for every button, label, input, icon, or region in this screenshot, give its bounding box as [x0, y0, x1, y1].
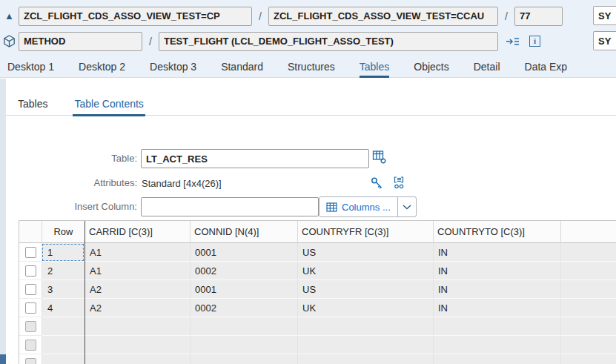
table-label: Table:: [15, 149, 137, 168]
row-select-cell: [19, 243, 42, 262]
column-header-carrid[interactable]: CARRID [C(3)]: [85, 221, 190, 243]
row-checkbox[interactable]: [25, 265, 36, 277]
empty-cell: [85, 336, 190, 354]
row-number-cell[interactable]: 3: [42, 280, 85, 299]
columns-button[interactable]: Columns ...: [319, 197, 397, 216]
row-select-cell: [19, 336, 42, 354]
empty-cell: [42, 336, 85, 354]
columns-split-button[interactable]: Columns ...: [319, 196, 417, 217]
sy-field-top[interactable]: [593, 6, 616, 25]
attributes-label: Attributes:: [15, 173, 137, 193]
cell-countryfr[interactable]: UK: [297, 262, 433, 280]
columns-dropdown-arrow[interactable]: [397, 197, 416, 216]
row-checkbox-disabled: [25, 321, 36, 332]
row-checkbox-disabled: [25, 358, 36, 364]
include-field[interactable]: [268, 7, 498, 26]
column-divider-line: [85, 221, 85, 364]
row-number-cell[interactable]: 1: [42, 243, 85, 262]
cell-filler: [560, 262, 616, 280]
empty-cell: [297, 317, 433, 336]
select-all-header-cell[interactable]: [19, 221, 42, 243]
tab-standard[interactable]: Standard: [221, 61, 263, 78]
tab-data-explorer[interactable]: Data Exp: [525, 61, 568, 78]
tab-detail[interactable]: Detail: [474, 61, 500, 78]
cell-carrid[interactable]: A2: [85, 299, 190, 317]
column-header-connid[interactable]: CONNID [N(4)]: [190, 221, 297, 243]
row-number-cell[interactable]: 2: [42, 262, 85, 280]
subtab-table-contents[interactable]: Table Contents: [73, 98, 145, 116]
cell-connid[interactable]: 0001: [190, 280, 297, 299]
row-number-cell[interactable]: 4: [42, 299, 85, 317]
tab-objects[interactable]: Objects: [414, 61, 448, 78]
row-checkbox[interactable]: [25, 302, 36, 314]
tables-subtabs: Tables Table Contents: [6, 78, 616, 116]
cell-filler: [560, 280, 616, 299]
empty-cell: [190, 354, 297, 364]
table-contents-grid: Row CARRID [C(3)] CONNID [N(4)] COUNTRYF…: [19, 220, 616, 364]
table-name-input[interactable]: [141, 149, 369, 168]
row-checkbox-disabled: [25, 340, 36, 351]
tab-desktop-2[interactable]: Desktop 2: [79, 61, 125, 78]
empty-cell: [297, 336, 433, 354]
main-program-field[interactable]: [19, 7, 252, 26]
splitter-grip[interactable]: [0, 354, 6, 364]
cell-countryfr[interactable]: UK: [297, 299, 433, 317]
empty-cell: [190, 336, 297, 354]
row-select-cell: [19, 280, 42, 299]
empty-cell: [190, 317, 297, 336]
tab-desktop-1[interactable]: Desktop 1: [7, 61, 54, 78]
goto-statement-icon[interactable]: [506, 36, 520, 47]
cell-filler: [560, 317, 616, 336]
vertical-splitter[interactable]: [0, 79, 6, 364]
context-row-program: ▲ / /: [0, 6, 616, 26]
row-select-cell: [19, 317, 42, 336]
tab-tables[interactable]: Tables: [360, 61, 389, 78]
cell-carrid[interactable]: A1: [85, 243, 190, 262]
cube-icon: [0, 35, 19, 47]
cell-carrid[interactable]: A1: [85, 262, 190, 280]
row-checkbox[interactable]: [25, 284, 36, 295]
cell-countryfr[interactable]: US: [297, 280, 433, 299]
column-header-row[interactable]: Row: [42, 221, 85, 243]
cell-connid[interactable]: 0002: [190, 262, 297, 280]
table-settings-icon[interactable]: [372, 150, 387, 165]
cell-countryto[interactable]: IN: [433, 243, 560, 262]
insert-column-input[interactable]: [141, 197, 319, 216]
key-icon[interactable]: [371, 176, 384, 190]
empty-cell: [433, 354, 560, 364]
column-header-countryfr[interactable]: COUNTRYFR [C(3)]: [297, 221, 433, 243]
cell-countryto[interactable]: IN: [433, 262, 560, 280]
cell-connid[interactable]: 0001: [190, 243, 297, 262]
row-select-cell: [19, 354, 42, 364]
debugger-window: ▲ / / / i: [0, 0, 616, 364]
row-select-cell: [19, 262, 42, 280]
empty-cell: [42, 354, 85, 364]
attributes-value: Standard [4x4(26)]: [142, 178, 222, 189]
cell-countryfr[interactable]: US: [297, 243, 433, 262]
columns-button-label: Columns ...: [342, 202, 391, 213]
columns-grid-icon: [326, 202, 337, 212]
separator: /: [252, 10, 268, 22]
services-icon[interactable]: [392, 176, 406, 190]
row-checkbox[interactable]: [25, 247, 36, 258]
column-header-countryto[interactable]: COUNTRYTO [C(3)]: [433, 221, 560, 243]
subtab-tables[interactable]: Tables: [16, 98, 49, 115]
tab-desktop-3[interactable]: Desktop 3: [150, 61, 196, 78]
column-header-filler: [560, 221, 616, 243]
cell-countryto[interactable]: IN: [433, 299, 560, 317]
empty-cell: [42, 317, 85, 336]
tab-structures[interactable]: Structures: [288, 61, 335, 78]
cell-carrid[interactable]: A2: [85, 280, 190, 299]
event-field[interactable]: [159, 32, 498, 51]
sy-field-bottom[interactable]: [593, 31, 616, 50]
event-type-field[interactable]: [19, 32, 142, 51]
desktop-tabstrip: Desktop 1 Desktop 2 Desktop 3 Standard S…: [7, 61, 616, 78]
line-number-field[interactable]: [514, 7, 563, 26]
cell-filler: [560, 299, 616, 317]
empty-cell: [433, 317, 560, 336]
cell-filler: [560, 336, 616, 354]
cell-countryto[interactable]: IN: [433, 280, 560, 299]
cell-connid[interactable]: 0002: [190, 299, 297, 317]
empty-cell: [85, 317, 190, 336]
info-icon[interactable]: i: [529, 36, 540, 47]
